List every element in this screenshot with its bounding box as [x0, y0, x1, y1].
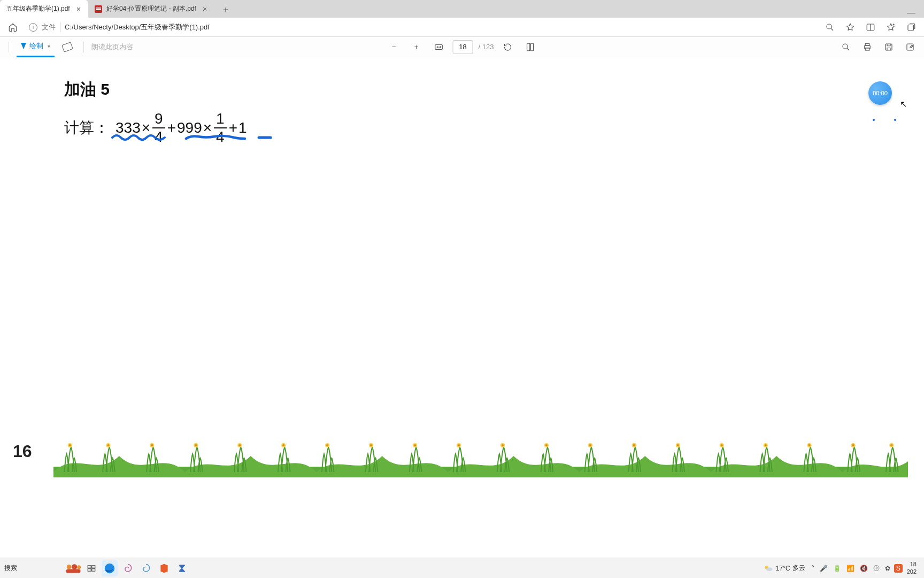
svg-rect-5	[530, 43, 533, 51]
tray-ime-icon[interactable]: S	[894, 564, 903, 573]
svg-point-15	[67, 564, 72, 569]
svg-rect-21	[88, 568, 91, 571]
new-tab-button[interactable]: ＋	[218, 2, 234, 18]
draw-tool-button[interactable]: 绘制 ▾	[17, 37, 55, 57]
taskbar-right: 17°C 多云 ˄ 🎤 🔋 📶 🔇 ㊥ ✿ S 18 202	[760, 561, 920, 575]
page-view-icon	[525, 42, 535, 52]
rotate-button[interactable]	[499, 39, 516, 55]
page-total-label: / 123	[479, 43, 494, 51]
svg-point-25	[766, 567, 773, 571]
star-icon	[845, 22, 855, 32]
people-icon	[65, 561, 81, 575]
ink-dots	[873, 119, 896, 121]
pdf-viewport[interactable]: 加油 5 计算： 333 × 9 4 + 999 × 1 4 + 1	[0, 57, 924, 558]
search-button[interactable]	[837, 39, 854, 55]
eraser-button[interactable]	[59, 39, 76, 55]
document-body: 加油 5 计算： 333 × 9 4 + 999 × 1 4 + 1	[64, 79, 892, 144]
collections-button[interactable]	[903, 19, 920, 35]
task-view-button[interactable]	[83, 560, 99, 576]
tab-strip: 五年级春季勤学(1).pdf × 好学04-位置原理笔记 - 副本.pdf × …	[0, 0, 924, 18]
tray-app-icon[interactable]: ✿	[883, 565, 892, 572]
draw-label: 绘制	[29, 41, 43, 51]
svg-rect-2	[908, 25, 914, 31]
people-app-icon[interactable]	[65, 560, 81, 576]
toolbar-right	[837, 39, 919, 55]
timer-widget[interactable]: 00:00	[868, 81, 892, 105]
split-screen-button[interactable]	[862, 19, 879, 35]
favorites-bar-button[interactable]	[882, 19, 899, 35]
tab-2[interactable]: 好学04-位置原理笔记 - 副本.pdf ×	[88, 0, 214, 18]
math-expression: 333 × 9 4 + 999 × 1 4 + 1	[116, 111, 247, 144]
weather-desc: 多云	[792, 564, 805, 573]
exercise-title: 加油 5	[64, 79, 892, 101]
window-minimize-button[interactable]: —	[898, 8, 924, 18]
plus-sign: +	[167, 119, 176, 136]
page-view-button[interactable]	[521, 39, 538, 55]
svg-rect-10	[886, 44, 892, 50]
term-b: 999	[177, 119, 202, 136]
svg-point-6	[843, 44, 848, 49]
save-button[interactable]	[880, 39, 897, 55]
plus-sign-2: +	[229, 119, 237, 136]
address-field[interactable]: i 文件 C:/Users/Necty/Desktop/五年级春季勤学(1).p…	[25, 22, 818, 32]
tab-1-close-icon[interactable]: ×	[74, 5, 83, 13]
collections-icon	[906, 22, 916, 32]
sigma-app[interactable]	[174, 560, 190, 576]
zoom-in-button[interactable]: +	[408, 39, 425, 55]
page-number: 16	[13, 442, 32, 461]
weather-widget[interactable]: 17°C 多云	[760, 563, 808, 574]
eraser-icon	[61, 42, 73, 52]
read-aloud-placeholder[interactable]: 朗读此页内容	[91, 42, 133, 52]
frac1-den: 4	[155, 128, 163, 144]
taskbar: 搜索 17°C 多云 ˄ 🎤 🔋 📶 🔇 ㊥ ✿ S 18 202	[0, 558, 924, 578]
tray-mic-icon[interactable]: 🎤	[818, 565, 829, 572]
separator	[9, 42, 9, 52]
swirl-icon	[122, 563, 133, 574]
tray-chevron-icon[interactable]: ˄	[810, 565, 816, 572]
favorite-button[interactable]	[842, 19, 859, 35]
clock-date: 202	[907, 568, 917, 575]
frac2-den: 4	[216, 128, 225, 144]
clock-time: 18	[907, 561, 917, 568]
calc-label: 计算：	[64, 118, 109, 138]
zoom-icon-button[interactable]	[821, 19, 838, 35]
fit-width-button[interactable]	[430, 39, 448, 55]
page-number-input[interactable]	[453, 40, 473, 54]
site-info-icon[interactable]: i	[29, 23, 37, 32]
pdf-toolbar: 绘制 ▾ 朗读此页内容 − + / 123	[0, 37, 924, 57]
office-app[interactable]	[156, 560, 172, 576]
save-icon	[884, 42, 894, 52]
tray-volume-icon[interactable]: 🔇	[858, 565, 869, 572]
times-sign-2: ×	[203, 119, 212, 136]
times-sign: ×	[142, 119, 150, 136]
svg-rect-9	[865, 48, 869, 50]
svg-rect-19	[88, 565, 91, 568]
zoom-out-button[interactable]: −	[386, 39, 403, 55]
taskbar-clock[interactable]: 18 202	[904, 561, 920, 575]
print-button[interactable]	[859, 39, 876, 55]
app-2[interactable]	[138, 560, 154, 576]
tray-input-icon[interactable]: ㊥	[872, 564, 881, 573]
save-as-button[interactable]	[902, 39, 919, 55]
magnifier-icon	[825, 22, 835, 32]
app-1[interactable]	[120, 560, 136, 576]
url-path: C:/Users/Necty/Desktop/五年级春季勤学(1).pdf	[65, 22, 210, 32]
tray-battery-icon[interactable]: 🔋	[831, 565, 843, 572]
save-edit-icon	[905, 42, 915, 52]
expression-row: 计算： 333 × 9 4 + 999 × 1 4 + 1	[64, 111, 892, 144]
star-plus-icon	[886, 22, 896, 32]
tray-wifi-icon[interactable]: 📶	[845, 565, 856, 572]
svg-point-0	[827, 24, 831, 29]
split-screen-icon	[866, 22, 875, 32]
print-icon	[863, 42, 872, 52]
separator	[83, 42, 84, 52]
home-button[interactable]	[4, 19, 21, 35]
search-icon	[841, 42, 851, 52]
tab-1[interactable]: 五年级春季勤学(1).pdf ×	[0, 0, 88, 18]
pdf-file-icon	[95, 5, 102, 13]
taskbar-search[interactable]: 搜索	[4, 564, 63, 573]
weather-temp: 17°C	[776, 565, 790, 572]
edge-app[interactable]	[102, 560, 118, 576]
tab-2-close-icon[interactable]: ×	[201, 5, 209, 13]
chevron-down-icon[interactable]: ▾	[48, 43, 50, 49]
